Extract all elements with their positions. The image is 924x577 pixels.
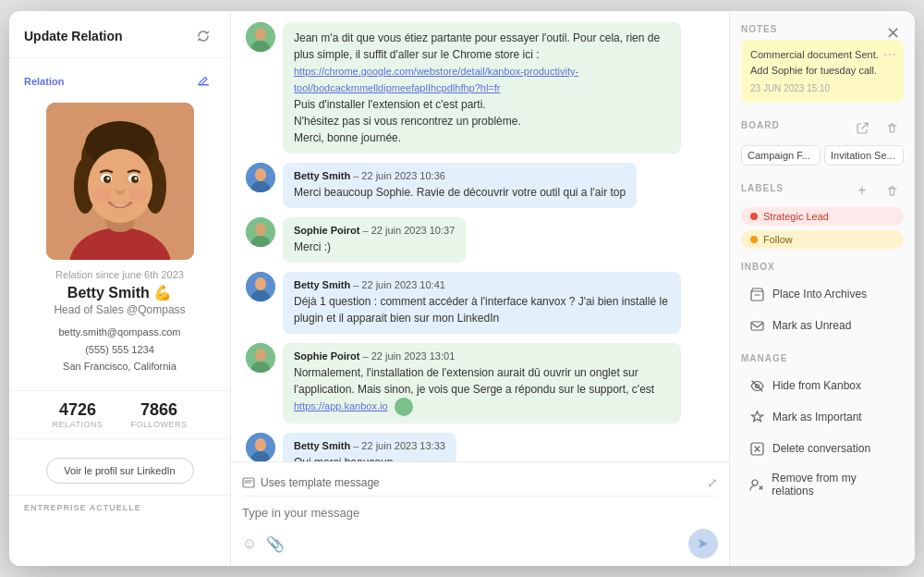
place-into-archives-label: Place Into Archives xyxy=(772,288,867,301)
relation-edit-icon[interactable] xyxy=(191,69,215,93)
hide-from-kanbox-button[interactable]: Hide from Kanbox xyxy=(741,371,904,400)
mark-as-important-label: Mark as Important xyxy=(772,411,862,424)
left-header: Update Relation xyxy=(9,11,230,58)
stat-relations-label: RELATIONS xyxy=(53,420,103,429)
svg-point-15 xyxy=(106,178,109,180)
remove-from-relations-button[interactable]: Remove from my relations xyxy=(741,465,904,504)
star-icon xyxy=(748,409,765,425)
avatar-jean xyxy=(246,22,275,52)
message-text: Déjà 1 question : comment accéder à l'in… xyxy=(294,293,670,326)
delete-conversation-label: Delete conversation xyxy=(772,442,870,455)
header-icons xyxy=(191,24,215,48)
manage-label: MANAGE xyxy=(741,353,904,363)
sync-icon[interactable] xyxy=(191,24,215,48)
inline-avatar xyxy=(395,398,413,416)
label-follow-text: Follow xyxy=(763,234,793,245)
board-campaign-select[interactable]: Campaign F... xyxy=(741,145,821,166)
avatar-container xyxy=(24,103,215,260)
contact-title: Head of Sales @Qompass xyxy=(24,303,215,316)
label-dot-orange xyxy=(750,236,758,243)
archive-icon xyxy=(748,286,765,302)
labels-delete-icon[interactable] xyxy=(880,178,904,203)
send-button[interactable] xyxy=(688,529,718,559)
contact-email: betty.smith@qompass.com xyxy=(24,324,215,341)
message-link[interactable]: https://chrome.google.com/webstore/detai… xyxy=(294,66,578,93)
right-panel: NOTES ⋯ Commercial document Sent. Add So… xyxy=(730,11,915,566)
hide-icon xyxy=(748,377,765,394)
labels-add-icon[interactable]: + xyxy=(850,178,874,203)
message-header: Sophie Poirot – 22 juin 2023 13:01 xyxy=(294,350,670,362)
note-menu-icon[interactable]: ⋯ xyxy=(883,45,896,65)
message-content: Betty Smith – 22 juin 2023 10:36 Merci b… xyxy=(283,163,637,208)
svg-point-33 xyxy=(255,349,266,362)
message-header: Sophie Poirot – 22 juin 2023 10:37 xyxy=(294,225,455,236)
board-link-icon[interactable] xyxy=(850,116,874,140)
delete-conversation-icon xyxy=(748,440,765,457)
message-text: Merci beaucoup Sophie. Ravie de découvri… xyxy=(294,184,626,201)
inbox-label: INBOX xyxy=(741,262,904,272)
labels-label: LABELS xyxy=(741,183,784,193)
compose-icons: ☺ 📎 xyxy=(242,535,285,553)
left-panel: Update Relation Relation xyxy=(9,11,231,566)
place-into-archives-button[interactable]: Place Into Archives xyxy=(741,279,904,309)
avatar-betty-2 xyxy=(246,272,275,301)
svg-rect-40 xyxy=(751,322,763,330)
company-label: ENTREPRISE ACTUELLE xyxy=(24,503,215,512)
message-row: Jean m'a dit que vous étiez partante pou… xyxy=(246,22,714,153)
message-row: Betty Smith – 22 juin 2023 10:36 Merci b… xyxy=(246,163,714,208)
svg-point-21 xyxy=(255,28,266,41)
compose-bar: Uses template message ⤢ ☺ 📎 xyxy=(231,461,729,566)
stat-relations-value: 4726 xyxy=(53,400,103,420)
board-delete-icon[interactable] xyxy=(880,116,904,140)
avatar-betty-1 xyxy=(246,163,275,192)
message-header: Betty Smith – 22 juin 2023 10:41 xyxy=(294,279,670,290)
message-row: Betty Smith – 22 juin 2023 13:33 Oui mer… xyxy=(246,433,714,461)
contact-name: Betty Smith 💪 xyxy=(24,284,215,301)
delete-conversation-button[interactable]: Delete conversation xyxy=(741,434,904,463)
message-content: Sophie Poirot – 22 juin 2023 10:37 Merci… xyxy=(283,217,466,263)
stats-row: 4726 RELATIONS 7866 FOLLOWERS xyxy=(9,390,230,439)
note-card: ⋯ Commercial document Sent. Add Sophie f… xyxy=(741,40,904,103)
label-dot-red xyxy=(750,213,758,220)
relation-since: Relation since june 6th 2023 xyxy=(24,269,215,280)
contact-location: San Francisco, California xyxy=(24,358,215,375)
unread-icon xyxy=(748,317,765,334)
svg-point-27 xyxy=(255,223,266,236)
board-label: BOARD xyxy=(741,120,780,130)
message-content: Sophie Poirot – 22 juin 2023 13:01 Norma… xyxy=(283,343,681,424)
message-text: Oui merci beaucoup xyxy=(294,454,445,461)
board-section: BOARD Campaign F... Invitation Se... xyxy=(741,116,904,166)
linkedin-button[interactable]: Voir le profil sur LinkedIn xyxy=(46,458,194,484)
avatar-sophie-1 xyxy=(246,217,275,247)
expand-icon[interactable]: ⤢ xyxy=(707,475,718,490)
remove-from-relations-label: Remove from my relations xyxy=(772,472,896,497)
mark-as-important-button[interactable]: Mark as Important xyxy=(741,402,904,432)
message-content: Jean m'a dit que vous étiez partante pou… xyxy=(283,22,681,153)
remove-relations-icon xyxy=(748,476,764,493)
avatar-sophie-2 xyxy=(246,343,275,373)
svg-rect-39 xyxy=(751,291,763,301)
emoji-icon[interactable]: ☺ xyxy=(242,535,257,552)
board-stage-select[interactable]: Invitation Se... xyxy=(824,145,904,166)
label-strategic-text: Strategic Lead xyxy=(763,211,829,222)
hide-from-kanbox-label: Hide from Kanbox xyxy=(772,379,861,392)
message-header: Betty Smith – 22 juin 2023 13:33 xyxy=(294,440,445,451)
message-input[interactable] xyxy=(242,502,718,523)
messages-area: Jean m'a dit que vous étiez partante pou… xyxy=(231,11,729,461)
board-icons xyxy=(850,116,904,140)
message-link-2[interactable]: https://app.kanbox.io xyxy=(294,400,388,411)
attachment-icon[interactable]: 📎 xyxy=(266,535,285,553)
svg-point-24 xyxy=(255,168,266,181)
svg-point-36 xyxy=(255,438,266,451)
mark-as-unread-button[interactable]: Mark as Unread xyxy=(741,311,904,340)
svg-point-16 xyxy=(134,178,137,180)
message-content: Betty Smith – 22 juin 2023 10:41 Déjà 1 … xyxy=(283,272,681,334)
labels-section: LABELS + Strategic Lead Follow xyxy=(741,178,904,249)
svg-point-18 xyxy=(92,189,111,202)
message-text: Jean m'a dit que vous étiez partante pou… xyxy=(294,30,670,146)
message-row: Sophie Poirot – 22 juin 2023 13:01 Norma… xyxy=(246,343,714,424)
template-row: Uses template message ⤢ xyxy=(242,470,718,497)
manage-section: MANAGE Hide from Kanbox Mark as Importan… xyxy=(741,353,904,504)
avatar xyxy=(46,103,194,260)
relation-section: Relation xyxy=(9,58,230,390)
